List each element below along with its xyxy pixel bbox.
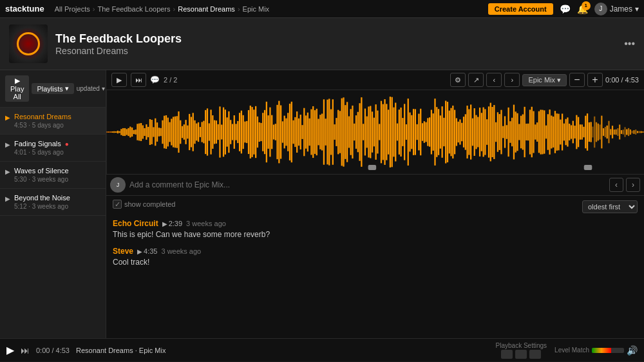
create-account-button[interactable]: Create Account <box>488 3 553 15</box>
svg-rect-271 <box>591 122 592 142</box>
svg-rect-261 <box>573 121 574 144</box>
svg-rect-74 <box>237 121 238 143</box>
breadcrumb-album[interactable]: Resonant Dreams <box>178 5 235 13</box>
track-item[interactable]: ▶ Waves of Silence 5:30 · 3 weeks ago <box>0 162 106 189</box>
prev-comment-button[interactable]: ‹ <box>609 178 623 192</box>
svg-rect-68 <box>226 117 227 146</box>
zoom-in-button[interactable]: + <box>587 73 603 87</box>
svg-rect-61 <box>214 120 215 144</box>
play-all-button[interactable]: ▶ Play All <box>5 75 29 102</box>
comment-timestamp[interactable]: ▶ 2:39 <box>162 220 182 227</box>
bottom-play-button[interactable]: ▶ <box>6 344 14 356</box>
epic-mix-button[interactable]: Epic Mix ▾ <box>522 74 567 86</box>
svg-rect-181 <box>429 117 430 146</box>
svg-rect-155 <box>383 104 384 160</box>
track-name: Fading Signals ● <box>14 140 100 148</box>
svg-rect-283 <box>612 126 613 138</box>
level-match-label: Level Match <box>554 347 589 354</box>
svg-rect-55 <box>203 121 204 144</box>
svg-rect-78 <box>244 122 245 143</box>
more-options-icon[interactable]: ••• <box>624 38 635 50</box>
svg-rect-97 <box>278 101 279 164</box>
svg-rect-66 <box>223 108 224 157</box>
svg-rect-126 <box>330 110 332 155</box>
prev-mix-icon[interactable]: ‹ <box>486 73 502 87</box>
track-name: Resonant Dreams <box>14 113 100 120</box>
svg-rect-98 <box>280 105 281 158</box>
sort-control[interactable]: updated ▾ <box>77 85 105 92</box>
notification-badge: 1 <box>582 1 591 10</box>
svg-rect-289 <box>623 129 624 134</box>
track-name: Beyond the Noise <box>14 194 100 202</box>
play-track-icon: ▶ <box>5 168 10 175</box>
svg-rect-252 <box>556 113 558 151</box>
comment-input[interactable] <box>129 178 605 192</box>
settings-icon[interactable]: ⚙ <box>450 73 466 87</box>
svg-rect-6 <box>115 131 117 133</box>
zoom-out-button[interactable]: − <box>569 73 585 87</box>
svg-rect-197 <box>458 122 459 142</box>
breadcrumb-all-projects[interactable]: All Projects <box>55 5 90 13</box>
svg-rect-37 <box>171 119 172 145</box>
playback-ctrl-1[interactable] <box>501 350 513 359</box>
svg-rect-141 <box>357 112 359 152</box>
svg-rect-290 <box>624 127 625 137</box>
volume-icon[interactable]: 🔊 <box>627 345 638 356</box>
skip-button[interactable]: ⏭ <box>131 73 146 87</box>
svg-rect-281 <box>608 121 609 144</box>
track-details: Resonant Dreams 4:53 · 5 days ago <box>14 113 100 129</box>
track-item[interactable]: ▶ Resonant Dreams 4:53 · 5 days ago <box>0 108 106 135</box>
svg-rect-288 <box>621 130 622 134</box>
svg-rect-224 <box>506 125 507 139</box>
svg-rect-237 <box>529 110 531 154</box>
svg-rect-235 <box>526 124 527 140</box>
waveform-canvas[interactable] <box>106 90 644 174</box>
svg-rect-41 <box>178 111 179 153</box>
show-completed-toggle[interactable]: ✓ show completed <box>113 200 176 209</box>
svg-rect-251 <box>554 111 556 153</box>
next-mix-icon[interactable]: › <box>504 73 520 87</box>
user-menu[interactable]: J James ▾ <box>594 3 639 15</box>
sort-select[interactable]: oldest first newest first <box>582 200 638 213</box>
svg-rect-226 <box>509 121 511 143</box>
notification-icon[interactable]: 🔔 1 <box>577 4 588 14</box>
playback-ctrl-3[interactable] <box>529 350 541 359</box>
bottom-skip-button[interactable]: ⏭ <box>21 345 30 356</box>
svg-rect-62 <box>216 120 217 144</box>
svg-rect-248 <box>549 110 550 155</box>
breadcrumb-artist[interactable]: The Feedback Loopers <box>97 5 170 13</box>
comment-input-row: J ‹ › <box>106 174 644 196</box>
track-item[interactable]: ▶ Beyond the Noise 5:12 · 3 weeks ago <box>0 189 106 216</box>
bottom-right-controls: Playback Settings Level Match 🔊 <box>496 342 638 359</box>
content-area: ▶ ⏭ 💬 2 / 2 ⚙ ↗ ‹ › Epic Mix ▾ − + 0:00 … <box>106 70 644 338</box>
svg-rect-276 <box>599 124 600 139</box>
next-comment-button[interactable]: › <box>626 178 640 192</box>
playback-ctrl-2[interactable] <box>515 350 527 359</box>
track-item[interactable]: ▶ Fading Signals ● 4:01 · 5 days ago <box>0 135 106 162</box>
svg-rect-179 <box>425 122 426 142</box>
svg-rect-110 <box>301 125 303 139</box>
playlists-button[interactable]: Playlists ▾ <box>32 83 73 94</box>
svg-rect-93 <box>271 115 272 149</box>
svg-rect-298 <box>639 131 640 133</box>
svg-rect-105 <box>292 120 294 144</box>
svg-rect-184 <box>434 99 435 166</box>
svg-rect-214 <box>488 106 489 157</box>
comment-timestamp[interactable]: ▶ 4:35 <box>137 247 157 255</box>
message-icon[interactable]: 💬 <box>560 4 571 14</box>
breadcrumb-mix[interactable]: Epic Mix <box>243 5 270 13</box>
svg-rect-131 <box>339 111 341 153</box>
svg-rect-160 <box>392 97 393 167</box>
svg-rect-14 <box>129 127 131 138</box>
share-icon[interactable]: ↗ <box>468 73 484 87</box>
svg-rect-273 <box>594 117 595 148</box>
play-button[interactable]: ▶ <box>111 73 127 87</box>
svg-rect-159 <box>390 97 391 167</box>
svg-rect-69 <box>228 111 229 153</box>
commenter-name[interactable]: Steve <box>113 247 133 256</box>
svg-rect-178 <box>424 121 425 143</box>
svg-rect-4 <box>111 131 113 133</box>
svg-rect-244 <box>542 110 543 155</box>
commenter-name[interactable]: Echo Circuit <box>113 219 158 228</box>
svg-rect-150 <box>374 118 375 147</box>
